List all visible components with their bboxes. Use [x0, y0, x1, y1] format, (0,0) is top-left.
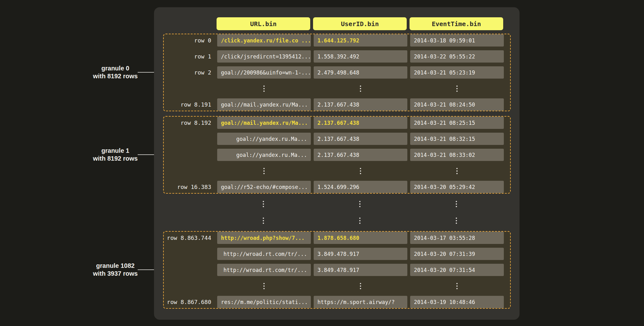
table-row: goal://yandex.ru.Ma...2.137.667.4382014-… [164, 149, 504, 161]
column-header-eventtime-bin: EventTime.bin [410, 17, 503, 30]
table-row: row 8.867.680res://m.me/politic/stati...… [164, 296, 504, 308]
eventtime-cell: 2014-03-21 08:33:02 [410, 149, 504, 161]
row-label: row 0 [164, 34, 214, 47]
eventtime-cell: 2014-03-21 08:25:15 [410, 117, 504, 129]
table-row: http://wroad.rt.com/tr/...3.849.478.9172… [164, 264, 504, 276]
vertical-ellipsis-dots [263, 168, 265, 174]
annotation-subtitle: with 8192 rows [84, 155, 147, 163]
eventtime-cell: 2014-03-19 10:48:46 [410, 296, 504, 308]
ellipsis-row [163, 198, 503, 210]
userid-cell: 1.524.699.296 [314, 181, 407, 193]
vertical-ellipsis-dots [359, 201, 361, 207]
granule-list: row 0/click.yandex.ru/file.co ...1.644.1… [154, 34, 520, 309]
column-header-userid-bin: UserID.bin [313, 17, 407, 30]
vertical-ellipsis-dots [263, 218, 264, 224]
annotation-title: granule 1 [84, 147, 147, 155]
vertical-ellipsis-dots [360, 86, 361, 92]
url-cell: http://wroad.rt.com/tr/... [217, 248, 311, 260]
annotation-title: granule 0 [84, 64, 147, 72]
url-cell: goal://r52-echo/#compose... [217, 181, 311, 193]
userid-cell: 2.137.667.438 [314, 133, 407, 145]
vertical-ellipsis-dots [360, 283, 361, 289]
vertical-ellipsis [410, 165, 504, 177]
vertical-ellipsis-dots [456, 201, 457, 207]
granule-annotation-1: granule 1with 8192 rows [84, 147, 147, 163]
vertical-ellipsis [217, 198, 310, 210]
vertical-ellipsis-dots [456, 283, 458, 289]
eventtime-cell: 2014-03-17 03:55:28 [410, 232, 504, 244]
ellipsis-row [163, 214, 503, 227]
eventtime-cell: 2014-03-22 05:55:22 [410, 50, 504, 63]
table-row: goal://yandex.ru.Ma...2.137.667.4382014-… [164, 133, 504, 145]
userid-cell: 1.644.125.792 [314, 34, 407, 47]
granule-box-1: row 8.192goal://mail.yandex.ru/Ma...2.13… [163, 116, 511, 194]
userid-cell: 2.137.667.438 [314, 149, 407, 161]
row-label [164, 264, 214, 276]
row-label [164, 248, 214, 260]
vertical-ellipsis-dots [456, 168, 458, 174]
row-label: row 8.863.744 [164, 232, 214, 244]
annotation-title: granule 1082 [84, 262, 147, 270]
table-row: http://wroad.rt.com/tr/...3.849.478.9172… [164, 248, 504, 260]
ellipsis-row [164, 280, 504, 292]
url-cell: goal://200986&uinfo=wn-1-... [217, 66, 311, 79]
vertical-ellipsis [410, 280, 504, 292]
vertical-ellipsis [217, 214, 310, 227]
row-label: row 1 [164, 50, 214, 63]
vertical-ellipsis-dots [359, 218, 361, 224]
table-row: row 1/click/jsredircnt=1395412...1.558.3… [164, 50, 504, 63]
vertical-ellipsis-dots [360, 168, 361, 174]
vertical-ellipsis [314, 82, 407, 95]
row-label [164, 165, 214, 177]
table-row: row 8.863.744http://wroad.php?show/7...1… [164, 232, 504, 244]
row-label [163, 198, 214, 210]
row-label: row 8.192 [164, 117, 214, 129]
url-cell: goal://mail.yandex.ru/Ma... [217, 117, 311, 129]
vertical-ellipsis [313, 198, 407, 210]
row-label: row 8.867.680 [164, 296, 214, 308]
row-label: row 2 [164, 66, 214, 79]
granule-box-2: row 8.863.744http://wroad.php?show/7...1… [163, 231, 511, 309]
vertical-ellipsis [410, 82, 504, 95]
userid-cell: https://m.sport.airway/? [314, 296, 407, 308]
table-row: row 2goal://200986&uinfo=wn-1-...2.479.4… [164, 66, 504, 79]
vertical-ellipsis-dots [263, 86, 265, 92]
table-row: row 8.191goal://mail.yandex.ru/Ma...2.13… [164, 98, 504, 111]
url-cell: /click.yandex.ru/file.co ... [217, 34, 311, 47]
column-header-row: URL.binUserID.binEventTime.bin [163, 17, 503, 30]
ellipsis-row [164, 82, 504, 95]
userid-cell: 1.558.392.492 [314, 50, 407, 63]
userid-cell: 1.878.658.680 [314, 232, 407, 244]
table-row: row 16.383goal://r52-echo/#compose...1.5… [164, 181, 504, 193]
annotation-subtitle: with 3937 rows [84, 270, 147, 278]
annotation-subtitle: with 8192 rows [84, 72, 147, 80]
userid-cell: 2.479.498.648 [314, 66, 407, 79]
userid-cell: 3.849.478.917 [314, 248, 407, 260]
table-row: row 8.192goal://mail.yandex.ru/Ma...2.13… [164, 117, 504, 129]
vertical-ellipsis-dots [456, 86, 458, 92]
url-cell: /click/jsredircnt=1395412... [217, 50, 311, 63]
vertical-ellipsis-dots [263, 201, 264, 207]
ellipsis-row [164, 165, 504, 177]
row-label: row 8.191 [164, 98, 214, 111]
userid-cell: 2.137.667.438 [314, 98, 407, 111]
row-label [164, 280, 214, 292]
row-label [163, 214, 214, 227]
url-cell: res://m.me/politic/stati... [217, 296, 311, 308]
url-cell: goal://yandex.ru.Ma... [217, 149, 311, 161]
eventtime-cell: 2014-03-20 07:31:54 [410, 264, 504, 276]
granule-box-0: row 0/click.yandex.ru/file.co ...1.644.1… [163, 34, 511, 111]
vertical-ellipsis [217, 280, 311, 292]
vertical-ellipsis [314, 165, 407, 177]
userid-cell: 3.849.478.917 [314, 264, 407, 276]
eventtime-cell: 2014-03-21 08:32:15 [410, 133, 504, 145]
vertical-ellipsis-dots [263, 283, 265, 289]
diagram-canvas: { "colors": { "page_bg": "#1c1c18", "pan… [0, 0, 644, 326]
url-cell: goal://mail.yandex.ru/Ma... [217, 98, 311, 111]
row-label [164, 149, 214, 161]
header-spacer [163, 17, 214, 30]
granule-annotation-0: granule 0with 8192 rows [84, 64, 147, 80]
collapsed-rows-ellipsis [163, 194, 511, 231]
vertical-ellipsis [314, 280, 407, 292]
vertical-ellipsis-dots [456, 218, 457, 224]
